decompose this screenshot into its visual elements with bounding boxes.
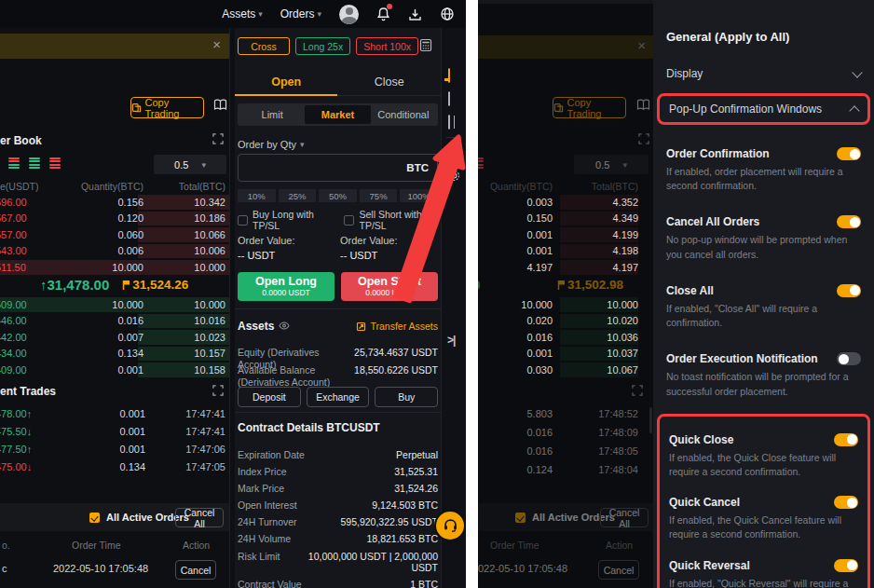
settings-gear-icon[interactable] xyxy=(448,149,461,165)
qty-unit: BTC xyxy=(406,162,429,173)
open-long-button[interactable]: Open Long0.0000 USDT xyxy=(238,272,335,301)
collapse-panel-icon[interactable]: >| xyxy=(447,334,455,347)
toggle-switch[interactable] xyxy=(837,215,861,228)
order-by-select[interactable]: Order by Qty ▾ xyxy=(238,139,305,150)
toggle-switch[interactable] xyxy=(834,433,858,446)
open-short-button[interactable]: Open Short0.0000 USDT xyxy=(341,272,438,301)
orders-menu[interactable]: Orders ▾ xyxy=(280,7,321,21)
total-cell: 10.016 xyxy=(143,315,225,326)
notification-dot xyxy=(387,4,392,9)
exchange-button[interactable]: Exchange xyxy=(307,387,370,407)
toggle-switch[interactable] xyxy=(837,352,861,365)
short-leverage-button[interactable]: Short 100x xyxy=(356,37,418,55)
precision-value: 0.5 xyxy=(174,159,188,171)
orderbook-row[interactable]: 409.000.00110.158 xyxy=(0,362,229,378)
book-both-sides-icon[interactable] xyxy=(8,157,20,169)
eye-icon[interactable] xyxy=(279,320,290,333)
toggle-switch[interactable] xyxy=(837,147,861,160)
cancel-order-button[interactable]: Cancel xyxy=(175,560,216,580)
chevron-up-icon xyxy=(849,105,859,116)
chevron-down-icon: ▾ xyxy=(201,160,206,170)
copy-trading-icon xyxy=(131,103,142,113)
contract-value: 595,920,322.95 USDT xyxy=(341,516,439,528)
recent-trades-list: 478.00↑0.00117:47:41475.50↓0.00117:47:41… xyxy=(0,404,229,475)
copy-trading-button[interactable]: Copy Trading xyxy=(130,97,204,118)
deposit-button[interactable]: Deposit xyxy=(238,387,301,407)
price-column-header: e(USDT) xyxy=(0,181,52,193)
order-type-limit[interactable]: Limit xyxy=(239,105,305,124)
setting-label: Quick Reversal xyxy=(669,559,750,572)
toggle-knob xyxy=(850,217,860,227)
contract-label: 24H Volume xyxy=(238,533,291,545)
calculator-icon[interactable] xyxy=(419,38,432,55)
toggle-switch[interactable] xyxy=(834,559,858,572)
trade-qty-cell: 0.134 xyxy=(65,461,145,472)
orderbook-row[interactable]: 567.000.12010.186 xyxy=(0,211,229,227)
orderbook-guide-icon[interactable] xyxy=(213,99,227,114)
orderbook-row[interactable]: 442.000.00710.023 xyxy=(0,329,229,346)
setting-label: Cancel All Orders xyxy=(666,215,759,228)
cut-cell: c xyxy=(2,563,7,574)
margin-mode-button[interactable]: Cross xyxy=(238,37,290,55)
close-icon[interactable]: × xyxy=(212,37,221,51)
checkbox-icon[interactable] xyxy=(238,215,248,226)
tpsl-short-label: Sell Short with TP/SL xyxy=(359,209,441,231)
orderbook-row[interactable]: 557.000.06010.066 xyxy=(0,226,229,243)
book-asks-only-icon[interactable] xyxy=(49,157,61,169)
layout-default-icon[interactable] xyxy=(448,69,450,82)
tab-open[interactable]: Open xyxy=(235,69,338,95)
assets-menu[interactable]: Assets ▾ xyxy=(222,7,263,21)
expand-icon[interactable] xyxy=(212,385,224,399)
expand-icon[interactable] xyxy=(212,133,224,147)
orderbook-row[interactable]: 596.000.15610.342 xyxy=(0,194,229,211)
cancel-all-button[interactable]: Cancel All xyxy=(175,508,224,527)
toggle-knob xyxy=(839,354,849,364)
checkbox-icon[interactable] xyxy=(344,215,354,226)
layout-grid-icon[interactable] xyxy=(448,116,450,129)
setting-order-confirmation: Order ConfirmationIf enabled, order plac… xyxy=(666,147,861,193)
tpsl-long-option[interactable]: Buy Long with TP/SL xyxy=(238,209,333,231)
orderbook-row[interactable]: 434.000.13410.157 xyxy=(0,346,229,362)
qty-input[interactable] xyxy=(239,161,406,174)
setting-description: If enabled, order placement will require… xyxy=(666,165,861,193)
percent-button[interactable]: 100% xyxy=(400,189,438,202)
qty-cell: 0.030 xyxy=(478,364,553,376)
orderbook-row[interactable]: 511.5010.00010.000 xyxy=(0,259,229,276)
percent-button[interactable]: 25% xyxy=(279,189,317,202)
tab-close[interactable]: Close xyxy=(338,69,442,95)
order-type-conditional[interactable]: Conditional xyxy=(371,105,436,124)
book-bids-only-icon[interactable] xyxy=(29,157,40,169)
all-active-orders-checkbox[interactable] xyxy=(89,513,100,523)
layout-split-icon[interactable] xyxy=(448,92,450,105)
percent-button[interactable]: 10% xyxy=(238,189,276,202)
percent-button[interactable]: 75% xyxy=(360,189,398,202)
setting-description: If enabled, "Quick Reversal" will requir… xyxy=(669,577,858,588)
annotation-box-popup: Pop-Up Confirmation Windows xyxy=(657,93,870,125)
orderbook-row[interactable]: 509.0010.00010.000 xyxy=(0,296,229,313)
avatar[interactable] xyxy=(339,5,359,24)
buy-button[interactable]: Buy xyxy=(375,387,438,407)
qty-cell: 0.134 xyxy=(52,348,143,359)
tpsl-short-option[interactable]: Sell Short with TP/SL xyxy=(344,209,441,231)
preferences-gear-icon[interactable] xyxy=(448,170,460,185)
long-leverage-button[interactable]: Long 25x xyxy=(295,37,350,55)
chevron-down-icon xyxy=(852,67,862,77)
order-type-market[interactable]: Market xyxy=(305,105,370,124)
section-popup-confirmation[interactable]: Pop-Up Confirmation Windows xyxy=(669,103,858,116)
toggle-switch[interactable] xyxy=(834,496,858,509)
setting-quick-close: Quick CloseIf enabled, the Quick Close f… xyxy=(669,433,858,479)
percent-button[interactable]: 50% xyxy=(319,189,357,202)
transfer-assets-link[interactable]: Transfer Assets xyxy=(356,321,438,332)
contract-value: 1 BTC xyxy=(410,579,438,588)
precision-select[interactable]: 0.5 ▾ xyxy=(154,155,226,174)
download-icon[interactable] xyxy=(408,7,422,21)
section-display[interactable]: Display xyxy=(666,67,861,80)
toggle-switch[interactable] xyxy=(837,284,861,297)
orderbook-row[interactable]: 543.000.00610.006 xyxy=(0,243,229,260)
language-globe-icon[interactable] xyxy=(440,7,455,21)
support-headset-button[interactable] xyxy=(436,512,464,540)
orderbook-row[interactable]: 446.000.01610.016 xyxy=(0,313,229,330)
notifications-bell-icon[interactable] xyxy=(376,7,390,21)
total-cell: 10.020 xyxy=(553,315,638,326)
assets-title: Assets xyxy=(238,320,274,333)
